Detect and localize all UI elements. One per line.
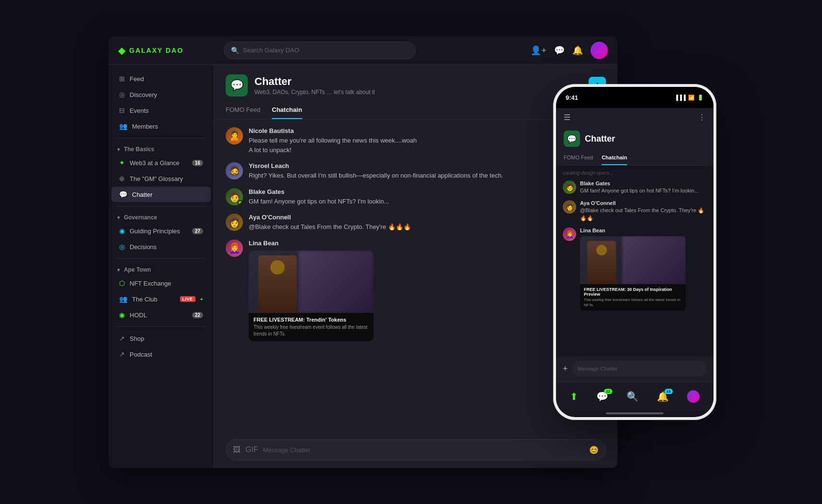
- sidebar-label-decisions: Decisions: [130, 243, 203, 251]
- avatar-yisroel: 🧔: [226, 162, 243, 180]
- sidebar-item-web3[interactable]: ✦ Web3 at a Glance 16: [111, 155, 211, 170]
- feed-icon: ⊞: [119, 75, 125, 83]
- phone-input-box[interactable]: Message Chatter: [572, 360, 707, 377]
- search-input[interactable]: Search Galaxy DAO: [243, 47, 299, 54]
- tab-chatchain[interactable]: Chatchain: [272, 102, 302, 119]
- sidebar-item-chatter[interactable]: 💬 Chatter: [111, 187, 211, 202]
- apetown-arrow: ▼: [116, 267, 121, 273]
- tab-fomo-feed[interactable]: FOMO Feed: [226, 102, 260, 119]
- message-content-1: Nicole Bautista Please tell me you're al…: [249, 127, 606, 155]
- divider-1: [116, 138, 206, 138]
- sidebar-label-feed: Feed: [130, 75, 203, 83]
- section-apetown: ▼ Ape Town: [109, 263, 214, 275]
- phone-nav-chat[interactable]: 💬 12: [596, 391, 608, 402]
- phone-avatar-lina: 👩‍🦰: [563, 228, 576, 241]
- main-layout: ⊞ Feed ◎ Discovery ⊟ Events 👥 Members ▼ …: [109, 65, 617, 468]
- sidebar-item-feed[interactable]: ⊞ Feed: [111, 71, 211, 86]
- message-name-4: Aya O'Connell: [249, 214, 606, 221]
- sidebar-item-glossary[interactable]: ⊕ The "GM" Glossary: [111, 171, 211, 186]
- message-name-5: Lina Bean: [249, 240, 606, 247]
- phone-shell: 9:41 ▐▐▐ 📶 🔋 ☰ ⋮ 💬 Chatter: [553, 84, 716, 420]
- message-1: 🙎 Nicole Bautista Please tell me you're …: [226, 127, 606, 155]
- phone-home-indicator: [606, 412, 664, 414]
- emoji-icon[interactable]: 😊: [589, 445, 599, 455]
- basics-arrow: ▼: [116, 147, 121, 152]
- members-icon: 👥: [119, 122, 127, 130]
- phone-nav-profile[interactable]: [687, 390, 700, 403]
- phone-nav-notifications[interactable]: 🔔 16: [657, 391, 669, 402]
- sidebar-item-shop[interactable]: ↗ Shop: [111, 331, 211, 346]
- notifications-icon[interactable]: 🔔: [572, 45, 583, 56]
- message-name-3: Blake Gates: [249, 188, 606, 195]
- phone-livestream-card[interactable]: FREE LIVESTREAM: 30 Days of Inspiration …: [580, 236, 686, 311]
- section-governance: ▼ Governance: [109, 210, 214, 223]
- chatter-title: Chatter: [254, 75, 375, 88]
- livestream-title: FREE LIVESTREAM: Trendin' Tokens: [254, 317, 369, 323]
- phone-chatter-title: 💬 Chatter: [564, 131, 706, 147]
- phone-search-icon: 🔍: [627, 391, 639, 402]
- phone-msg-name-aya: Aya O'Connell: [580, 200, 707, 206]
- phone-inner: 9:41 ▐▐▐ 📶 🔋 ☰ ⋮ 💬 Chatter: [556, 87, 713, 417]
- message-4: 👩 Aya O'Connell @Blake check out Tales F…: [226, 214, 606, 232]
- sidebar-item-discovery[interactable]: ◎ Discovery: [111, 87, 211, 102]
- phone-plus-icon[interactable]: +: [563, 364, 568, 374]
- message-name-1: Nicole Bautista: [249, 127, 606, 134]
- phone-bottom-input: + Message Chatter: [556, 357, 713, 382]
- sidebar-item-podcast[interactable]: ↗ Podcast: [111, 347, 211, 362]
- sidebar-label-events: Events: [130, 107, 203, 114]
- phone-nav-home[interactable]: ⬆: [570, 391, 578, 402]
- sidebar-item-hodl[interactable]: ◉ HODL 22: [111, 307, 211, 323]
- theclub-icon: 👥: [119, 295, 127, 303]
- guiding-icon: ◉: [119, 227, 125, 235]
- logo-icon: ◆: [118, 45, 125, 56]
- battery-icon: 🔋: [697, 95, 704, 101]
- avatar-nicole: 🙎: [226, 127, 243, 144]
- phone-msg-content-lina: Lina Bean FREE LIVESTREAM: 30 Days of In…: [580, 228, 707, 311]
- avatar-lina: 👩‍🦰: [226, 240, 243, 257]
- gif-input-icon[interactable]: GIF: [245, 445, 258, 454]
- livestream-card[interactable]: FREE LIVESTREAM: Trendin' Tokens This we…: [249, 251, 374, 341]
- sidebar-item-decisions[interactable]: ◎ Decisions: [111, 239, 211, 254]
- divider-4: [116, 326, 206, 327]
- phone-avatar-blake: 🧑: [563, 180, 576, 194]
- sidebar-label-guiding: Guiding Principles: [130, 228, 187, 235]
- phone-nav-search[interactable]: 🔍: [627, 391, 639, 402]
- chatter-title-text: Chatter Web3, DAOs, Crypto, NFTs … let's…: [254, 75, 375, 96]
- add-contact-icon[interactable]: 👤+: [531, 45, 546, 56]
- wifi-icon: 📶: [688, 95, 695, 101]
- phone-ls-title: FREE LIVESTREAM: 30 Days of Inspiration …: [584, 287, 682, 297]
- phone-tab-fomo[interactable]: FOMO Feed: [564, 152, 593, 165]
- live-badge: LIVE: [180, 296, 195, 302]
- phone-menu-icon[interactable]: ☰: [564, 113, 570, 122]
- sidebar: ⊞ Feed ◎ Discovery ⊟ Events 👥 Members ▼ …: [109, 65, 214, 468]
- aya-face: 👩: [226, 214, 243, 231]
- phone-design-note: creating design specs...: [563, 170, 707, 176]
- phone-ls-person: [587, 241, 616, 284]
- message-input[interactable]: Message Chatter: [263, 446, 584, 454]
- top-navigation: ◆ GALAXY DAO 🔍 Search Galaxy DAO 👤+ 💬 🔔: [109, 36, 617, 65]
- messages-icon[interactable]: 💬: [554, 45, 565, 56]
- phone-input-placeholder[interactable]: Message Chatter: [578, 366, 618, 372]
- phone-more-icon[interactable]: ⋮: [698, 113, 706, 122]
- user-avatar[interactable]: [591, 42, 608, 59]
- phone-tab-chatchain[interactable]: Chatchain: [602, 152, 627, 165]
- section-governance-label: Governance: [124, 214, 157, 221]
- logo-area: ◆ GALAXY DAO: [118, 45, 214, 56]
- phone-ls-bg: [622, 236, 686, 284]
- sidebar-item-guiding[interactable]: ◉ Guiding Principles 27: [111, 223, 211, 239]
- app-window: ◆ GALAXY DAO 🔍 Search Galaxy DAO 👤+ 💬 🔔 …: [109, 36, 617, 468]
- phone-notch-area: 9:41 ▐▐▐ 📶 🔋: [556, 87, 713, 108]
- phone-notifications-badge: 16: [665, 389, 673, 394]
- sidebar-item-nft[interactable]: ⬡ NFT Exchange: [111, 276, 211, 291]
- phone-messages[interactable]: creating design specs... 🧑 Blake Gates G…: [556, 166, 713, 357]
- glossary-icon: ⊕: [119, 175, 125, 182]
- search-bar[interactable]: 🔍 Search Galaxy DAO: [224, 42, 416, 59]
- hodl-icon: ◉: [119, 311, 125, 319]
- phone-avatar-aya: 👩: [563, 200, 576, 214]
- image-input-icon[interactable]: 🖼: [233, 445, 241, 454]
- sidebar-item-theclub[interactable]: 👥 The Club LIVE +: [111, 291, 211, 307]
- phone-top-bar: ☰ ⋮: [556, 108, 713, 127]
- sidebar-item-members[interactable]: 👥 Members: [111, 119, 211, 134]
- sidebar-item-events[interactable]: ⊟ Events: [111, 103, 211, 118]
- message-input-box[interactable]: 🖼 GIF Message Chatter 😊: [226, 439, 606, 460]
